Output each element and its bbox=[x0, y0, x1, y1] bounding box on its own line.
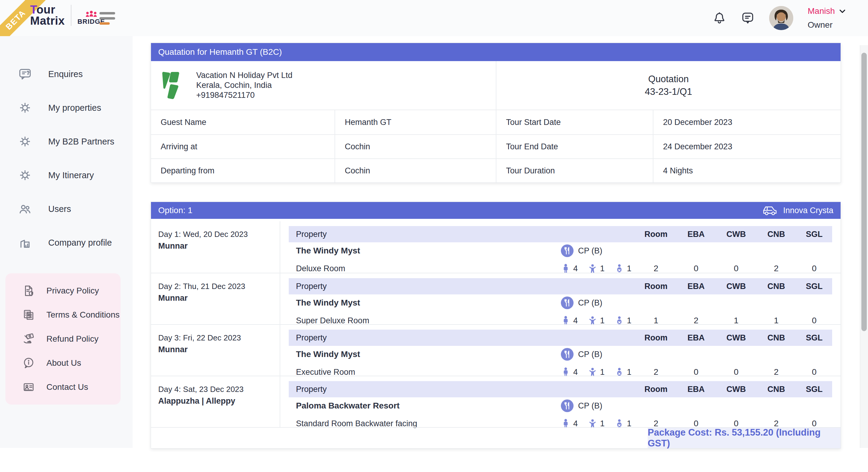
day-row: Day 4: Sat, 23 Dec 2023 Alappuzha | Alle… bbox=[151, 376, 841, 427]
option-header: Option: 1 Innova Crysta bbox=[151, 202, 841, 219]
document-shield-icon bbox=[22, 284, 35, 297]
sidebar-item-enquires[interactable]: Enquires bbox=[0, 57, 133, 91]
user-name: Manish bbox=[808, 7, 835, 15]
sidebar-footer-links: Privacy Policy Terms & Conditions Refund… bbox=[5, 273, 121, 405]
room-type: Super Deluxe Room bbox=[296, 316, 561, 326]
eba-count: 0 bbox=[676, 264, 716, 273]
meal-plan-icon bbox=[561, 296, 574, 309]
user-menu[interactable]: Manish Owner bbox=[808, 7, 846, 29]
departing-from-label: Departing from bbox=[151, 159, 335, 182]
day-row: Day 1: Wed, 20 Dec 2023 Munnar Property … bbox=[151, 221, 841, 273]
vehicle-badge: Innova Crysta bbox=[761, 204, 833, 216]
vehicle-name: Innova Crysta bbox=[783, 206, 833, 215]
departing-from-value: Cochin bbox=[335, 159, 496, 182]
day-date: Day 3: Fri, 22 Dec 2023 bbox=[158, 333, 280, 343]
gear-icon bbox=[18, 168, 32, 182]
tour-end-value: 24 December 2023 bbox=[653, 135, 841, 158]
option-label: Option: 1 bbox=[158, 206, 193, 215]
chevron-down-icon bbox=[838, 7, 846, 15]
property-header-row: Property Room EBA CWB CNB SGL bbox=[289, 381, 832, 397]
day-location: Munnar bbox=[158, 241, 280, 251]
day-row: Day 3: Fri, 22 Dec 2023 Munnar Property … bbox=[151, 324, 841, 376]
sidebar-item-my-properties[interactable]: My properties bbox=[0, 91, 133, 125]
menu-toggle-button[interactable] bbox=[99, 12, 115, 25]
sidebar-item-privacy-policy[interactable]: Privacy Policy bbox=[5, 279, 121, 303]
day-location: Munnar bbox=[158, 345, 280, 354]
top-bar: BETA Tour Matrix BRIDGE bbox=[0, 0, 868, 36]
sgl-count: 0 bbox=[796, 264, 832, 273]
tour-start-value: 20 December 2023 bbox=[653, 110, 841, 134]
bridge-people-icon bbox=[85, 9, 98, 18]
meal-plan-icon bbox=[561, 399, 574, 412]
tour-duration-value: 4 Nights bbox=[653, 159, 841, 182]
gear-icon bbox=[18, 135, 32, 148]
tour-end-label: Tour End Date bbox=[496, 135, 653, 158]
sidebar-item-refund-policy[interactable]: Refund Policy bbox=[5, 327, 121, 351]
meal-plan: CP (B) bbox=[561, 399, 636, 412]
logo-divider bbox=[71, 5, 71, 26]
property-name: Paloma Backwater Resort bbox=[296, 401, 561, 411]
property-header-row: Property Room EBA CWB CNB SGL bbox=[289, 226, 832, 242]
quotation-card: Quatation for Hemanth GT (B2C) Vacation … bbox=[151, 43, 841, 183]
cnb-count: 2 bbox=[756, 264, 796, 273]
quotation-label: Quotation bbox=[648, 73, 689, 86]
company-name: Vacation N Holiday Pvt Ltd bbox=[196, 70, 292, 80]
sidebar-item-my-itinerary[interactable]: My Itinerary bbox=[0, 158, 133, 192]
notifications-bell-icon[interactable] bbox=[712, 11, 726, 25]
documents-icon bbox=[22, 308, 35, 321]
sidebar-item-my-b2b-partners[interactable]: My B2B Partners bbox=[0, 125, 133, 158]
day-location: Munnar bbox=[158, 294, 280, 303]
meal-plan-icon bbox=[561, 348, 574, 361]
user-role: Owner bbox=[808, 21, 846, 29]
building-chart-icon bbox=[18, 236, 32, 249]
sidebar-item-contact-us[interactable]: Contact Us bbox=[5, 375, 121, 399]
table-row: Arriving at Cochin Tour End Date 24 Dece… bbox=[151, 134, 841, 158]
cwb-count: 0 bbox=[716, 264, 756, 273]
arriving-at-value: Cochin bbox=[335, 135, 496, 158]
room-type: Standard Room Backwater facing bbox=[296, 419, 561, 428]
scrollbar-track bbox=[860, 45, 868, 448]
itinerary-days: Day 1: Wed, 20 Dec 2023 Munnar Property … bbox=[151, 221, 841, 427]
meal-plan: CP (B) bbox=[561, 296, 636, 309]
car-icon bbox=[761, 204, 778, 216]
property-name: The Windy Myst bbox=[296, 298, 561, 308]
room-type: Deluxe Room bbox=[296, 264, 561, 273]
company-logo bbox=[161, 71, 188, 100]
contact-card-icon bbox=[22, 381, 35, 394]
messages-icon[interactable] bbox=[741, 11, 755, 25]
quotation-card-header: Quatation for Hemanth GT (B2C) bbox=[151, 43, 841, 61]
meal-plan: CP (B) bbox=[561, 348, 636, 361]
sidebar-item-users[interactable]: Users bbox=[0, 192, 133, 226]
room-count: 2 bbox=[636, 264, 676, 273]
day-date: Day 2: Thu, 21 Dec 2023 bbox=[158, 282, 280, 291]
quotation-number-block: Quotation 43-23-1/Q1 bbox=[496, 61, 841, 109]
app-logo[interactable]: Tour Matrix BRIDGE bbox=[30, 4, 105, 27]
money-hand-icon bbox=[22, 333, 35, 345]
user-avatar[interactable] bbox=[769, 6, 793, 30]
quotation-title: Quatation for Hemanth GT (B2C) bbox=[158, 47, 282, 57]
table-row: Departing from Cochin Tour Duration 4 Ni… bbox=[151, 158, 841, 182]
users-icon bbox=[18, 202, 32, 216]
property-header-row: Property Room EBA CWB CNB SGL bbox=[289, 278, 832, 294]
page: BETA Tour Matrix BRIDGE bbox=[0, 0, 868, 472]
package-cost: Package Cost: Rs. 53,155.20 (Including G… bbox=[648, 428, 841, 448]
sidebar: Enquires My properties My B2B Partners M… bbox=[0, 36, 133, 448]
company-info: Vacation N Holiday Pvt Ltd Kerala, Cochi… bbox=[151, 61, 496, 109]
tour-duration-label: Tour Duration bbox=[496, 159, 653, 182]
sidebar-item-about-us[interactable]: About Us bbox=[5, 351, 121, 375]
company-location: Kerala, Cochin, India bbox=[196, 80, 292, 90]
scrollbar-thumb[interactable] bbox=[861, 53, 867, 331]
day-date: Day 4: Sat, 23 Dec 2023 bbox=[158, 385, 280, 394]
arriving-at-label: Arriving at bbox=[151, 135, 335, 158]
table-row: Guest Name Hemanth GT Tour Start Date 20… bbox=[151, 110, 841, 134]
meal-plan: CP (B) bbox=[561, 244, 636, 257]
sidebar-item-company-profile[interactable]: Company profile bbox=[0, 226, 133, 260]
room-type: Executive Room bbox=[296, 368, 561, 377]
tour-matrix-logo: Tour Matrix bbox=[30, 4, 65, 27]
chat-question-icon bbox=[18, 67, 32, 81]
guest-name-label: Guest Name bbox=[151, 110, 335, 134]
info-bubble-icon bbox=[22, 357, 35, 369]
option-card: Option: 1 Innova Crysta Day 1: Wed, 20 D… bbox=[151, 202, 841, 448]
sidebar-item-terms-conditions[interactable]: Terms & Conditions bbox=[5, 303, 121, 327]
gear-icon bbox=[18, 101, 32, 115]
